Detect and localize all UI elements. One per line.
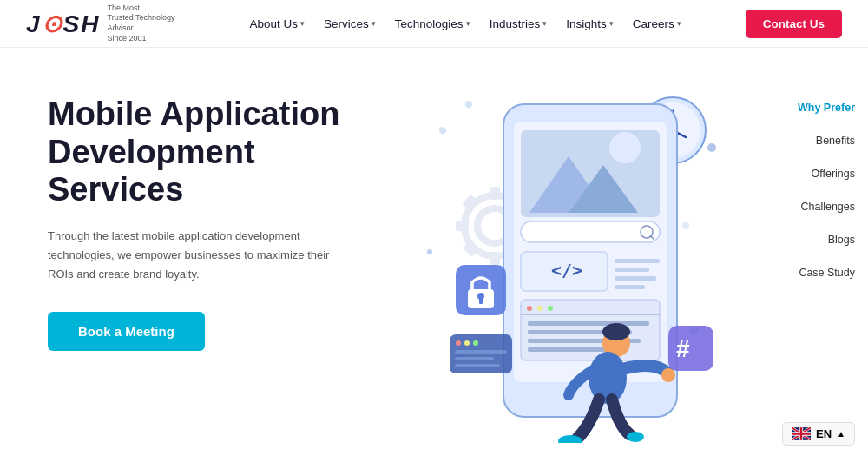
svg-rect-13 — [462, 195, 478, 211]
svg-rect-34 — [615, 268, 649, 272]
svg-point-40 — [548, 306, 553, 311]
svg-rect-56 — [455, 350, 507, 354]
nav-careers[interactable]: Careers ▾ — [624, 10, 690, 37]
svg-rect-49 — [479, 298, 483, 304]
nav-industries[interactable]: Industries ▾ — [481, 10, 556, 37]
svg-rect-11 — [456, 221, 469, 231]
svg-rect-57 — [455, 357, 494, 360]
svg-point-60 — [602, 323, 630, 340]
svg-point-0 — [439, 127, 446, 134]
svg-rect-42 — [528, 321, 649, 326]
nav-technologies[interactable]: Technologies ▾ — [386, 10, 479, 37]
flag-icon — [792, 427, 811, 440]
logo-tagline: The Most Trusted Technology Advisor Sinc… — [107, 3, 185, 44]
svg-point-38 — [527, 306, 532, 311]
sidebar-link-offerings[interactable]: Offerings — [777, 157, 855, 190]
svg-text:#: # — [676, 335, 690, 362]
svg-rect-9 — [490, 187, 500, 200]
hero-illustration: </> — [373, 48, 773, 456]
svg-rect-15 — [463, 241, 479, 257]
hero-text: Mobile Application Development Services … — [0, 48, 373, 456]
chevron-down-icon: ▾ — [542, 19, 547, 28]
sidebar-link-benefits[interactable]: Benefits — [777, 124, 855, 157]
page-title: Mobile Application Development Services — [48, 96, 347, 209]
svg-rect-10 — [490, 252, 500, 265]
contact-button[interactable]: Contact Us — [746, 10, 842, 38]
svg-rect-58 — [455, 364, 500, 367]
main-nav: About Us ▾ Services ▾ Technologies ▾ Ind… — [241, 10, 690, 37]
svg-point-1 — [465, 101, 472, 108]
book-meeting-button[interactable]: Book a Meeting — [48, 312, 205, 351]
svg-point-25 — [609, 132, 641, 163]
svg-rect-45 — [528, 347, 615, 352]
svg-rect-41 — [521, 314, 660, 315]
svg-point-5 — [682, 222, 689, 229]
nav-insights[interactable]: Insights ▾ — [557, 10, 622, 37]
language-selector[interactable]: EN ▲ — [782, 422, 855, 446]
svg-rect-33 — [615, 259, 660, 263]
sidebar-link-blogs[interactable]: Blogs — [777, 223, 855, 256]
svg-text:</>: </> — [551, 260, 582, 281]
svg-rect-52 — [450, 334, 512, 373]
svg-rect-50 — [668, 326, 713, 371]
logo-text: J⊙SH — [26, 10, 100, 38]
illustration-svg: </> — [417, 78, 729, 443]
svg-point-54 — [464, 340, 470, 346]
chevron-down-icon: ▾ — [300, 19, 305, 28]
svg-rect-28 — [521, 221, 660, 242]
svg-point-62 — [661, 368, 675, 382]
chevron-down-icon: ▾ — [677, 19, 681, 28]
svg-rect-35 — [615, 276, 656, 281]
chevron-down-icon: ▾ — [372, 19, 376, 28]
language-code: EN — [816, 427, 832, 440]
nav-about-us[interactable]: About Us ▾ — [241, 10, 314, 37]
chevron-up-icon: ▲ — [837, 429, 845, 439]
sidebar-link-why-prefer[interactable]: Why Prefer — [777, 91, 855, 124]
svg-point-64 — [627, 432, 644, 442]
svg-point-55 — [473, 340, 478, 346]
svg-point-53 — [456, 340, 461, 346]
hero-subtitle: Through the latest mobile application de… — [48, 227, 347, 284]
sidebar-link-challenges[interactable]: Challenges — [777, 190, 855, 223]
sidebar-link-case-study[interactable]: Case Study — [777, 256, 855, 289]
svg-point-2 — [707, 143, 716, 152]
svg-point-39 — [537, 306, 542, 311]
svg-point-6 — [427, 249, 432, 254]
chevron-down-icon: ▾ — [466, 19, 470, 28]
page-sections-nav: Why Prefer Benefits Offerings Challenges… — [773, 48, 868, 456]
nav-services[interactable]: Services ▾ — [315, 10, 385, 37]
svg-rect-36 — [615, 285, 645, 289]
logo[interactable]: J⊙SH The Most Trusted Technology Advisor… — [26, 3, 185, 44]
chevron-down-icon: ▾ — [609, 19, 614, 28]
